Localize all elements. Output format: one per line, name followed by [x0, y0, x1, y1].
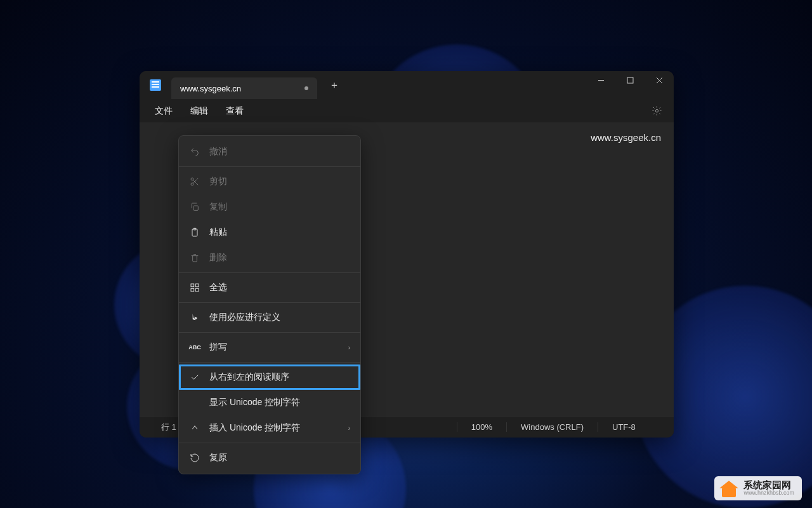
context-spelling-label: 拼写: [209, 342, 227, 353]
editor-content: www.sysgeek.cn: [591, 132, 661, 143]
window-controls: [586, 71, 674, 89]
svg-rect-1: [627, 77, 633, 83]
notepad-app-icon: [150, 79, 161, 91]
maximize-button[interactable]: [615, 71, 645, 89]
context-menu: 撤消 剪切 复制 粘贴 删除 全选 使用必应进行定义 ABC 拼写 › 从右到左…: [178, 135, 361, 474]
context-divider: [179, 332, 360, 333]
context-undo-label: 撤消: [209, 146, 227, 157]
copy-icon: [189, 201, 200, 213]
watermark-title: 系统家园网: [743, 480, 794, 491]
context-cut-label: 剪切: [209, 176, 227, 187]
scissors-icon: [189, 176, 200, 187]
context-rtl-reading-label: 从右到左的阅读顺序: [209, 371, 289, 383]
svg-rect-14: [191, 288, 194, 291]
context-rtl-reading[interactable]: 从右到左的阅读顺序: [179, 364, 360, 390]
context-bing-define[interactable]: 使用必应进行定义: [179, 305, 360, 330]
menubar: 文件 编辑 查看: [140, 99, 674, 123]
gear-icon: [652, 105, 662, 116]
context-show-unicode-ctrl-label: 显示 Unicode 控制字符: [209, 397, 300, 408]
tab-title: www.sysgeek.cn: [180, 84, 241, 93]
undo-icon: [189, 146, 200, 157]
svg-point-5: [191, 178, 193, 180]
context-delete-label: 删除: [209, 252, 227, 264]
trash-icon: [189, 252, 200, 264]
context-paste-label: 粘贴: [209, 227, 227, 238]
context-restore-label: 复原: [209, 452, 227, 464]
context-divider: [179, 166, 360, 167]
select-all-icon: [189, 282, 200, 293]
minimize-button[interactable]: [586, 71, 615, 89]
house-icon: [719, 479, 738, 497]
maximize-icon: [627, 77, 634, 84]
context-restore[interactable]: 复原: [179, 445, 360, 471]
svg-point-6: [191, 183, 193, 185]
context-divider: [179, 362, 360, 363]
bing-icon: [189, 312, 200, 323]
context-undo[interactable]: 撤消: [179, 139, 360, 164]
watermark-url: www.hnzkhbsb.com: [743, 490, 794, 497]
context-cut[interactable]: 剪切: [179, 169, 360, 194]
context-paste[interactable]: 粘贴: [179, 220, 360, 245]
context-divider: [179, 302, 360, 303]
context-select-all-label: 全选: [209, 282, 227, 293]
chevron-right-icon: ›: [348, 344, 350, 351]
clipboard-icon: [189, 227, 200, 238]
context-insert-unicode-ctrl-label: 插入 Unicode 控制字符: [209, 422, 300, 434]
caret-icon: [189, 422, 200, 434]
context-copy[interactable]: 复制: [179, 194, 360, 220]
blank-icon: [189, 397, 200, 408]
restore-icon: [189, 452, 200, 464]
titlebar[interactable]: www.sysgeek.cn ＋: [140, 71, 674, 99]
context-delete[interactable]: 删除: [179, 245, 360, 271]
svg-rect-13: [195, 284, 199, 287]
svg-rect-9: [193, 206, 198, 210]
spellcheck-icon: ABC: [189, 342, 200, 353]
context-show-unicode-ctrl[interactable]: 显示 Unicode 控制字符: [179, 390, 360, 415]
context-divider: [179, 272, 360, 273]
status-line-ending[interactable]: Windows (CRLF): [506, 422, 598, 432]
check-icon: [189, 371, 200, 383]
menu-view[interactable]: 查看: [217, 102, 252, 121]
menu-file[interactable]: 文件: [146, 102, 181, 121]
close-button[interactable]: [645, 71, 674, 89]
status-encoding[interactable]: UTF-8: [598, 422, 674, 432]
svg-rect-12: [191, 284, 194, 287]
tab-active[interactable]: www.sysgeek.cn: [171, 77, 317, 99]
chevron-right-icon: ›: [348, 425, 350, 432]
status-zoom[interactable]: 100%: [457, 422, 506, 432]
context-divider: [179, 443, 360, 443]
context-bing-define-label: 使用必应进行定义: [209, 312, 280, 323]
svg-rect-15: [195, 288, 199, 291]
settings-button[interactable]: [648, 103, 665, 119]
context-insert-unicode-ctrl[interactable]: 插入 Unicode 控制字符 ›: [179, 415, 360, 441]
minimize-icon: [598, 77, 605, 84]
svg-point-4: [655, 109, 658, 112]
context-copy-label: 复制: [209, 201, 227, 213]
close-icon: [656, 77, 663, 84]
menu-edit[interactable]: 编辑: [181, 102, 217, 121]
new-tab-button[interactable]: ＋: [325, 76, 344, 95]
context-select-all[interactable]: 全选: [179, 275, 360, 300]
context-spelling[interactable]: ABC 拼写 ›: [179, 335, 360, 360]
plus-icon: ＋: [329, 79, 339, 92]
tab-dirty-indicator-icon: [304, 86, 308, 90]
watermark: 系统家园网 www.hnzkhbsb.com: [714, 476, 802, 500]
